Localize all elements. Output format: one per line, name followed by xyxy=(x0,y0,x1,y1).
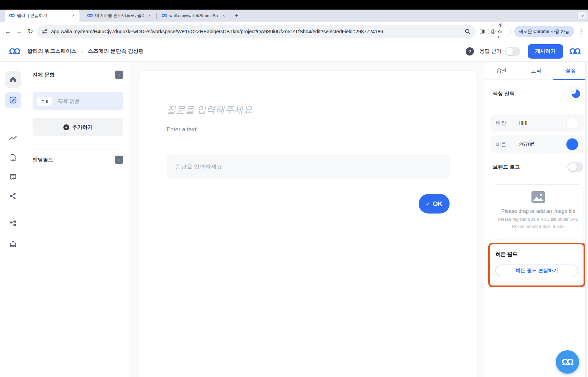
theme-toggle[interactable] xyxy=(563,87,583,100)
tab-close-icon[interactable]: × xyxy=(147,13,152,19)
tab-options[interactable]: 옵션 xyxy=(484,62,519,80)
background-color-swatch[interactable] xyxy=(566,117,578,129)
button-color-label: 버튼 xyxy=(496,141,510,148)
chrome-update-button[interactable]: 새로운 Chrome 사용 가능 xyxy=(514,26,574,37)
site-settings-icon[interactable] xyxy=(42,28,48,34)
address-bar[interactable]: app.walla.my/team/H4IuCjy7d6guxkFwODRs/w… xyxy=(37,25,476,38)
back-button[interactable]: ← xyxy=(3,26,13,37)
nav-analytics-button[interactable] xyxy=(5,130,21,147)
hidden-field-edit-button[interactable]: 히든 필드 편집하기 xyxy=(495,265,578,276)
chat-icon xyxy=(9,173,17,181)
hidden-field-label: 히든 필드 xyxy=(495,251,578,258)
question-list-item-selected[interactable]: = 0 제목 없음 xyxy=(33,92,123,110)
short-text-field-icon: = xyxy=(41,99,44,104)
analytics-icon xyxy=(9,134,17,143)
question-description-input[interactable]: Enter a text xyxy=(167,126,196,133)
ok-label: OK xyxy=(433,200,443,208)
settings-tabs: 옵션 로직 설정 xyxy=(484,62,588,80)
add-question-icon-button[interactable]: + xyxy=(115,71,123,79)
nav-comments-button[interactable] xyxy=(5,169,21,185)
image-icon xyxy=(531,191,546,203)
background-color-label: 바탕 xyxy=(496,120,510,126)
nav-share-button[interactable] xyxy=(5,188,21,204)
side-panel-icon[interactable] xyxy=(480,28,485,35)
dropzone-line3: Recommended Size: 92x50 xyxy=(493,224,584,229)
chevron-down-icon xyxy=(580,13,584,17)
questions-panel: 전체 문항 + = 0 제목 없음 + 추가하기 엔딩필드 + xyxy=(26,62,129,377)
window-frame-top xyxy=(0,0,588,10)
ok-button[interactable]: ✓ OK xyxy=(419,194,450,214)
search-icon[interactable] xyxy=(465,28,471,35)
add-ending-icon-button[interactable]: + xyxy=(115,156,123,164)
tab-close-icon[interactable]: × xyxy=(221,13,226,19)
background-color-row[interactable]: 바탕 ffffff xyxy=(490,114,584,132)
nav-edit-button[interactable] xyxy=(5,92,21,108)
breadcrumb-workspace[interactable]: 왈라의 워크스페이스 xyxy=(27,48,76,55)
new-tab-button[interactable]: + xyxy=(232,11,241,20)
walla-logo-right[interactable]: ΩΩ xyxy=(569,47,579,56)
dropzone-line2: Please register it as a PNG file under 5… xyxy=(493,217,584,222)
toggle-knob xyxy=(568,163,577,171)
add-question-button[interactable]: + 추가하기 xyxy=(33,118,123,136)
brand-logo-label: 브랜드 로고 xyxy=(493,164,520,170)
logo-dropzone[interactable]: Please drag or add an image file Please … xyxy=(493,184,584,240)
check-icon: ✓ xyxy=(426,201,430,207)
moon-icon xyxy=(572,89,580,98)
gift-icon xyxy=(9,240,17,248)
app-header: ΩΩ 왈라의 워크스페이스 › 스즈메의 문단속 감상평 ? 응답 받기 게시하… xyxy=(0,41,588,62)
person-icon xyxy=(491,28,495,35)
flow-icon xyxy=(9,219,17,228)
brand-logo-toggle[interactable] xyxy=(567,162,583,172)
browser-tab-active[interactable]: ΩΩ 왈라! | 편집하기 × xyxy=(5,10,79,22)
forward-button[interactable]: → xyxy=(15,26,24,37)
chat-fab-button[interactable]: ΩΩ xyxy=(556,350,579,374)
browser-tab-strip: ΩΩ 왈라! | 편집하기 × ΩΩ 데이터를 인사이트로, 왈라 블로그 × … xyxy=(0,10,588,22)
tab-close-icon[interactable]: × xyxy=(71,13,76,19)
profile-chip[interactable]: 게스트 xyxy=(488,26,511,37)
breadcrumb: 왈라의 워크스페이스 › 스즈메의 문단속 감상평 xyxy=(27,48,144,55)
dropzone-line1: Please drag or add an image file xyxy=(493,208,584,214)
questions-header: 전체 문항 + xyxy=(33,71,123,79)
breadcrumb-separator-icon: › xyxy=(81,48,83,54)
add-question-label: 추가하기 xyxy=(72,124,93,131)
color-select-row: 색상 선택 xyxy=(493,86,583,101)
responses-toggle[interactable] xyxy=(505,47,520,56)
nav-home-button[interactable] xyxy=(5,71,21,88)
app-body: 전체 문항 + = 0 제목 없음 + 추가하기 엔딩필드 + xyxy=(0,62,588,377)
screen: ΩΩ 왈라! | 편집하기 × ΩΩ 데이터를 인사이트로, 왈라 블로그 × … xyxy=(0,0,588,377)
tab-settings[interactable]: 설정 xyxy=(553,62,588,80)
browser-menu-icon[interactable]: ⋮ xyxy=(577,28,585,35)
tab-logic[interactable]: 로직 xyxy=(519,62,553,80)
question-title-placeholder: 제목 없음 xyxy=(57,98,79,105)
button-color-row[interactable]: 버튼 2670ff xyxy=(490,135,584,153)
walla-favicon: ΩΩ xyxy=(87,13,92,18)
nav-rewards-button[interactable] xyxy=(5,236,21,252)
breadcrumb-project[interactable]: 스즈메의 문단속 감상평 xyxy=(88,48,144,55)
icon-rail xyxy=(0,62,26,377)
button-color-value[interactable]: 2670ff xyxy=(519,141,557,147)
walla-logo[interactable]: ΩΩ xyxy=(9,47,20,56)
walla-favicon: ΩΩ xyxy=(9,13,14,18)
document-icon xyxy=(9,154,17,162)
background-color-value[interactable]: ffffff xyxy=(519,120,557,126)
browser-tab[interactable]: ΩΩ walla.my/wallet/SubmitSucce × xyxy=(157,10,230,22)
answer-input[interactable] xyxy=(167,154,450,179)
question-title-input[interactable]: 질문을 입력해주세요 xyxy=(167,104,253,116)
nav-document-button[interactable] xyxy=(5,149,21,166)
panel-divider xyxy=(33,149,123,149)
hidden-field-annotation-box: 히든 필드 히든 필드 편집하기 xyxy=(488,243,585,287)
form-canvas: 질문을 입력해주세요 Enter a text ✓ OK xyxy=(129,62,484,377)
browser-tab[interactable]: ΩΩ 데이터를 인사이트로, 왈라 블로그 × xyxy=(83,10,156,22)
responses-toggle-label: 응답 받기 xyxy=(479,48,501,54)
scrollbar[interactable] xyxy=(585,62,588,377)
button-color-swatch[interactable] xyxy=(566,138,578,150)
nav-flow-button[interactable] xyxy=(5,215,21,232)
tab-search-chevron-button[interactable] xyxy=(578,12,586,19)
tab-title: 데이터를 인사이트로, 왈라 블로그 xyxy=(95,13,144,19)
ending-header: 엔딩필드 + xyxy=(33,156,123,164)
help-icon[interactable]: ? xyxy=(466,47,474,56)
reload-button[interactable]: ↻ xyxy=(26,26,35,37)
url-text: app.walla.my/team/H4IuCjy7d6guxkFwODRs/w… xyxy=(51,29,461,34)
publish-button[interactable]: 게시하기 xyxy=(528,44,563,59)
question-type-badge: = 0 xyxy=(37,97,52,106)
